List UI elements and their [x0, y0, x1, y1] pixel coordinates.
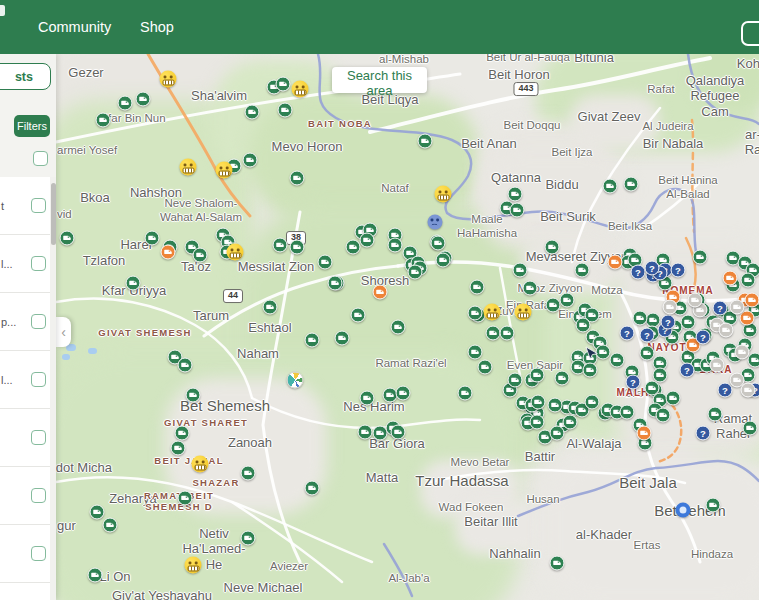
spot-marker-green[interactable]	[171, 441, 186, 456]
spot-marker-green[interactable]	[748, 353, 759, 368]
spot-marker-green[interactable]	[610, 353, 625, 368]
spot-marker-unknown[interactable]: ?	[626, 375, 641, 390]
blue-face-marker[interactable]	[428, 215, 443, 230]
spot-marker-green[interactable]	[624, 177, 639, 192]
spot-marker-unknown[interactable]: ?	[661, 315, 676, 330]
spot-marker-green[interactable]	[328, 276, 343, 291]
filter-list-item[interactable]: p...	[0, 293, 50, 351]
select-all-checkbox[interactable]	[33, 151, 48, 166]
spot-marker-orange[interactable]	[608, 255, 623, 270]
spot-marker-green[interactable]	[278, 103, 293, 118]
grimace-emoji-marker[interactable]	[180, 159, 197, 176]
grimace-emoji-marker[interactable]	[515, 304, 532, 321]
spot-marker-green[interactable]	[276, 77, 291, 92]
spot-marker-green[interactable]	[743, 421, 758, 436]
spot-marker-green[interactable]	[60, 231, 75, 246]
spot-marker-green[interactable]	[470, 280, 485, 295]
spot-marker-unknown[interactable]: ?	[671, 263, 686, 278]
spot-marker-green[interactable]	[620, 405, 635, 420]
grimace-emoji-marker[interactable]	[216, 162, 233, 179]
spot-marker-green[interactable]	[585, 395, 600, 410]
spot-marker-green[interactable]	[500, 326, 515, 341]
spot-marker-green[interactable]	[305, 481, 320, 496]
spot-marker-green[interactable]	[126, 276, 141, 291]
spot-marker-green[interactable]	[391, 425, 406, 440]
spot-marker-gray[interactable]	[710, 358, 725, 373]
spot-marker-green[interactable]	[391, 320, 406, 335]
spot-marker-green[interactable]	[508, 373, 523, 388]
spot-marker-green[interactable]	[468, 345, 483, 360]
filter-list-item[interactable]	[0, 467, 50, 525]
nav-item-community[interactable]: Community	[38, 0, 111, 54]
spot-marker-green[interactable]	[408, 265, 423, 280]
spot-marker-green[interactable]	[90, 505, 105, 520]
filter-item-checkbox[interactable]	[31, 314, 46, 329]
filter-item-checkbox[interactable]	[31, 198, 46, 213]
spot-marker-unknown[interactable]: ?	[713, 301, 728, 316]
spot-marker-green[interactable]	[351, 308, 366, 323]
spot-marker-green[interactable]	[88, 568, 103, 583]
spot-marker-green[interactable]	[693, 250, 708, 265]
spot-marker-gray[interactable]	[735, 345, 750, 360]
spot-marker-green[interactable]	[305, 333, 320, 348]
spot-marker-green[interactable]	[548, 398, 563, 413]
spot-marker-green[interactable]	[560, 293, 575, 308]
spot-marker-green[interactable]	[550, 556, 565, 571]
spot-marker-green[interactable]	[563, 415, 578, 430]
filter-list-item[interactable]	[0, 525, 50, 583]
spot-marker-orange[interactable]	[373, 285, 388, 300]
spot-marker-gray[interactable]	[663, 300, 678, 315]
spot-marker-green[interactable]	[633, 311, 648, 326]
spot-marker-unknown[interactable]: ?	[620, 326, 635, 341]
filter-list-item[interactable]	[0, 583, 50, 600]
spot-marker-green[interactable]	[478, 360, 493, 375]
spot-marker-green[interactable]	[656, 408, 671, 423]
spot-marker-unknown[interactable]: ?	[696, 426, 711, 441]
spot-marker-green[interactable]	[458, 386, 473, 401]
spot-marker-gray[interactable]	[719, 323, 734, 338]
spot-marker-green[interactable]	[531, 395, 546, 410]
filter-item-checkbox[interactable]	[31, 372, 46, 387]
spot-marker-green[interactable]	[741, 273, 756, 288]
spot-marker-green[interactable]	[388, 238, 403, 253]
cluster-marker[interactable]	[287, 372, 304, 389]
spot-marker-green[interactable]	[175, 426, 190, 441]
spot-marker-green[interactable]	[575, 263, 590, 278]
grimace-emoji-marker[interactable]	[435, 186, 452, 203]
scrollbar-thumb[interactable]	[51, 183, 56, 245]
spot-marker-green[interactable]	[358, 425, 373, 440]
spot-marker-orange[interactable]	[723, 271, 738, 286]
spot-marker-green[interactable]	[523, 281, 538, 296]
spot-marker-green[interactable]	[136, 92, 151, 107]
spot-marker-green[interactable]	[431, 236, 446, 251]
spot-marker-green[interactable]	[583, 363, 598, 378]
spot-marker-green[interactable]	[513, 263, 528, 278]
spot-marker-green[interactable]	[666, 391, 681, 406]
spot-marker-green[interactable]	[290, 171, 305, 186]
spot-marker-green[interactable]	[545, 240, 560, 255]
spot-marker-orange[interactable]	[161, 245, 176, 260]
spot-marker-orange[interactable]	[745, 293, 759, 308]
spot-marker-green[interactable]	[273, 238, 288, 253]
spot-marker-green[interactable]	[245, 105, 260, 120]
spot-marker-green[interactable]	[335, 331, 350, 346]
spot-marker-green[interactable]	[103, 518, 118, 533]
sidebar-scrollbar[interactable]	[50, 177, 56, 600]
spot-marker-green[interactable]	[186, 388, 201, 403]
spot-marker-green[interactable]	[681, 315, 696, 330]
spot-marker-green[interactable]	[360, 391, 375, 406]
spot-marker-gray[interactable]	[688, 293, 703, 308]
filter-item-checkbox[interactable]	[31, 488, 46, 503]
spot-marker-green[interactable]	[508, 187, 523, 202]
spot-marker-green[interactable]	[178, 491, 193, 506]
location-ring-marker[interactable]	[676, 503, 691, 518]
spot-marker-green[interactable]	[418, 134, 433, 149]
spot-marker-unknown[interactable]: ?	[680, 363, 695, 378]
spot-marker-green[interactable]	[603, 179, 618, 194]
spot-marker-green[interactable]	[468, 306, 483, 321]
filters-button[interactable]: Filters	[14, 115, 50, 137]
spot-marker-green[interactable]	[263, 300, 278, 315]
spot-marker-green[interactable]	[555, 371, 570, 386]
spot-marker-green[interactable]	[241, 466, 256, 481]
spot-marker-unknown[interactable]: ?	[645, 261, 660, 276]
